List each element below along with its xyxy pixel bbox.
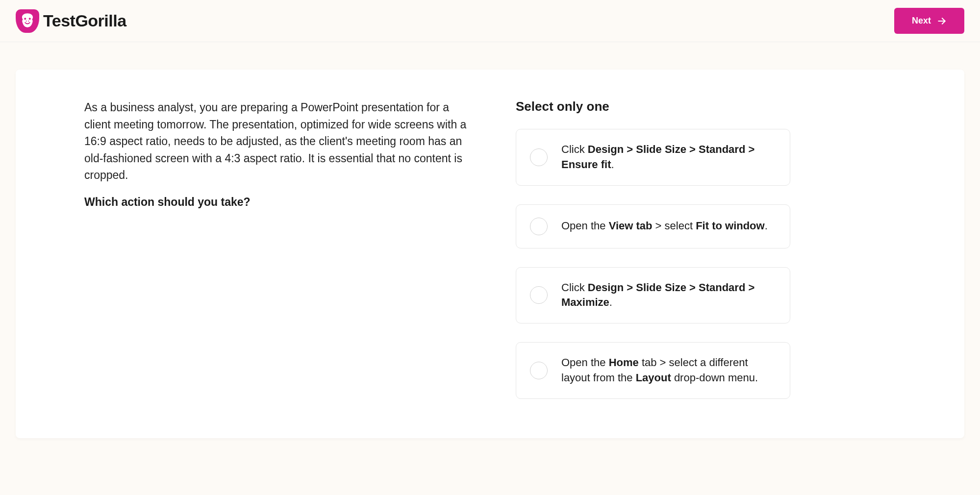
question-column: As a business analyst, you are preparing… — [84, 99, 477, 399]
radio-button[interactable] — [530, 218, 548, 235]
radio-button[interactable] — [530, 148, 548, 166]
answer-text: Click Design > Slide Size > Standard > E… — [561, 142, 776, 173]
question-card: As a business analyst, you are preparing… — [16, 70, 964, 438]
gorilla-logo-icon — [16, 9, 39, 33]
brand-logo: TestGorilla — [16, 9, 126, 33]
answer-option-3[interactable]: Click Design > Slide Size > Standard > M… — [516, 267, 790, 324]
radio-button[interactable] — [530, 286, 548, 304]
svg-point-2 — [26, 21, 27, 22]
answer-option-2[interactable]: Open the View tab > select Fit to window… — [516, 204, 790, 248]
answer-option-4[interactable]: Open the Home tab > select a different l… — [516, 342, 790, 399]
svg-point-3 — [28, 21, 29, 22]
svg-point-1 — [29, 18, 31, 20]
answer-text: Click Design > Slide Size > Standard > M… — [561, 280, 776, 311]
answer-text: Open the View tab > select Fit to window… — [561, 219, 768, 234]
arrow-right-icon — [937, 16, 947, 26]
answers-list: Click Design > Slide Size > Standard > E… — [516, 129, 790, 399]
next-button-label: Next — [912, 16, 931, 26]
answers-heading: Select only one — [516, 99, 790, 114]
question-body: As a business analyst, you are preparing… — [84, 99, 477, 184]
svg-point-0 — [24, 18, 26, 20]
header: TestGorilla Next — [0, 0, 980, 42]
next-button[interactable]: Next — [894, 8, 964, 34]
answer-option-1[interactable]: Click Design > Slide Size > Standard > E… — [516, 129, 790, 186]
brand-name: TestGorilla — [43, 11, 126, 30]
radio-button[interactable] — [530, 362, 548, 379]
question-prompt: Which action should you take? — [84, 196, 477, 209]
answers-column: Select only one Click Design > Slide Siz… — [516, 99, 790, 399]
answer-text: Open the Home tab > select a different l… — [561, 355, 776, 386]
